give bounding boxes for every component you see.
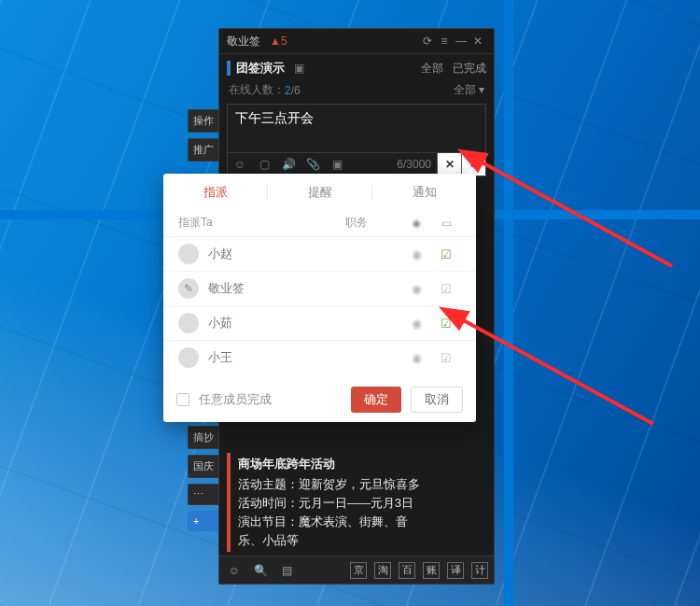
side-tab-2[interactable]: 推广: [188, 138, 218, 162]
close-icon[interactable]: ✕: [469, 35, 486, 48]
notification-count: 5: [281, 35, 287, 48]
group-menu-icon[interactable]: ▣: [294, 62, 304, 75]
checkbox[interactable]: ☑: [431, 282, 461, 296]
member-name: 小王: [208, 349, 401, 366]
editor-cancel-button[interactable]: ✕: [437, 153, 461, 176]
modal-columns: 指派Ta 职务 ◉ ▭: [163, 211, 476, 236]
minimize-icon[interactable]: —: [453, 35, 469, 48]
checkbox[interactable]: ☑: [431, 317, 461, 331]
note-editor: ☺ ▢ 🔊 📎 ▣ 6/3000 ✕ ✔: [227, 104, 486, 176]
any-member-checkbox[interactable]: [176, 393, 189, 406]
checkbox[interactable]: ☑: [431, 351, 461, 365]
sync-icon[interactable]: ⟳: [419, 35, 436, 48]
col-copy-icon: ▭: [431, 217, 461, 230]
tab-notify[interactable]: 通知: [372, 184, 476, 201]
tab-assign[interactable]: 指派: [163, 184, 267, 201]
group-header: 团签演示 ▣ 全部 已完成: [219, 53, 494, 82]
member-row[interactable]: ✎ 敬业签 ◉ ☑: [163, 271, 476, 305]
eye-icon[interactable]: ◉: [401, 351, 431, 365]
filter-dropdown[interactable]: 全部 ▾: [454, 82, 484, 98]
member-row[interactable]: 小王 ◉ ☑: [163, 340, 476, 374]
checkbox[interactable]: ☑: [431, 247, 461, 261]
search-icon[interactable]: 🔍: [251, 564, 270, 577]
side-tabs-bottom: 摘抄 国庆 ⋯ +: [188, 426, 218, 531]
audio-icon[interactable]: 🔊: [276, 153, 301, 176]
note-title: 商场年底跨年活动: [238, 455, 486, 473]
side-tab-add[interactable]: +: [188, 511, 218, 531]
editor-toolbar: ☺ ▢ 🔊 📎 ▣ 6/3000 ✕ ✔: [228, 152, 485, 176]
side-tab-1[interactable]: 操作: [188, 109, 218, 133]
side-tabs-top: 操作 推广: [188, 109, 218, 162]
member-row[interactable]: 小茹 ◉ ☑: [163, 305, 476, 340]
footer-pill-2[interactable]: 淘: [374, 562, 391, 579]
app-brand: 敬业签 ▲5: [227, 34, 419, 49]
app-name: 敬业签: [227, 34, 260, 49]
confirm-button[interactable]: 确定: [351, 387, 401, 413]
avatar: [178, 313, 199, 333]
cancel-button[interactable]: 取消: [411, 387, 463, 413]
footer-pill-1[interactable]: 京: [350, 562, 367, 579]
assign-modal: 指派 提醒 通知 指派Ta 职务 ◉ ▭ 小赵 ◉ ☑ ✎ 敬业签 ◉ ☑ 小茹…: [163, 174, 476, 422]
online-label: 在线人数：: [229, 82, 285, 98]
note-line: 活动主题：迎新贺岁，元旦惊喜多: [238, 475, 486, 494]
calendar-icon[interactable]: ▤: [277, 564, 296, 577]
side-tab-3[interactable]: 摘抄: [188, 426, 218, 449]
col-visible-icon: ◉: [401, 217, 431, 230]
attachment-icon[interactable]: 📎: [301, 153, 325, 176]
member-row[interactable]: 小赵 ◉ ☑: [163, 236, 476, 271]
wallpaper-seam-v: [504, 0, 513, 606]
assignee-icon[interactable]: ☺: [228, 153, 252, 176]
any-member-label: 任意成员完成: [199, 391, 342, 408]
image-icon[interactable]: ▢: [252, 153, 276, 176]
eye-icon[interactable]: ◉: [401, 317, 431, 331]
tab-remind[interactable]: 提醒: [268, 184, 371, 201]
avatar: ✎: [178, 278, 199, 299]
char-counter: 6/3000: [349, 158, 437, 171]
filter-all[interactable]: 全部: [421, 61, 443, 77]
notification-icon[interactable]: ▲5: [270, 35, 287, 48]
team-icon[interactable]: ☺: [225, 564, 244, 577]
titlebar: 敬业签 ▲5 ⟳ ≡ — ✕: [219, 29, 494, 53]
group-tab[interactable]: 团签演示 ▣: [227, 60, 304, 77]
footer-pill-6[interactable]: 计: [471, 562, 488, 579]
side-tab-more[interactable]: ⋯: [188, 484, 218, 505]
member-name: 小茹: [208, 315, 401, 331]
tab-accent: [227, 61, 231, 76]
footer-pill-4[interactable]: 账: [423, 562, 440, 579]
eye-icon[interactable]: ◉: [401, 282, 431, 296]
avatar: [178, 244, 199, 264]
square-icon[interactable]: ▣: [325, 153, 349, 176]
footer-pill-3[interactable]: 百: [399, 562, 415, 579]
avatar: [178, 347, 199, 368]
modal-tabs: 指派 提醒 通知: [163, 174, 476, 211]
col-role: 职务: [345, 215, 401, 231]
group-title: 团签演示: [236, 60, 285, 77]
online-current: 2: [285, 84, 291, 97]
member-name: 敬业签: [208, 280, 401, 297]
note-textarea[interactable]: [228, 105, 485, 149]
side-tab-4[interactable]: 国庆: [188, 455, 218, 478]
note-line: 乐、小品等: [238, 531, 486, 550]
online-total: /6: [291, 84, 301, 97]
note-line: 演出节目：魔术表演、街舞、音: [238, 513, 486, 531]
footer-pill-5[interactable]: 译: [447, 562, 464, 579]
member-name: 小赵: [208, 246, 401, 262]
editor-confirm-button[interactable]: ✔: [461, 153, 485, 176]
filter-done[interactable]: 已完成: [453, 61, 486, 77]
modal-footer: 任意成员完成 确定 取消: [163, 377, 476, 422]
app-footer: ☺ 🔍 ▤ 京 淘 百 账 译 计: [219, 556, 494, 584]
eye-icon[interactable]: ◉: [401, 247, 431, 261]
col-assignee: 指派Ta: [178, 215, 345, 231]
menu-icon[interactable]: ≡: [436, 35, 453, 48]
group-subheader: 在线人数： 2 /6 全部 ▾: [219, 82, 494, 104]
note-line: 活动时间：元月一日——元月3日: [238, 494, 486, 513]
note-card[interactable]: 商场年底跨年活动 活动主题：迎新贺岁，元旦惊喜多 活动时间：元月一日——元月3日…: [227, 453, 486, 552]
